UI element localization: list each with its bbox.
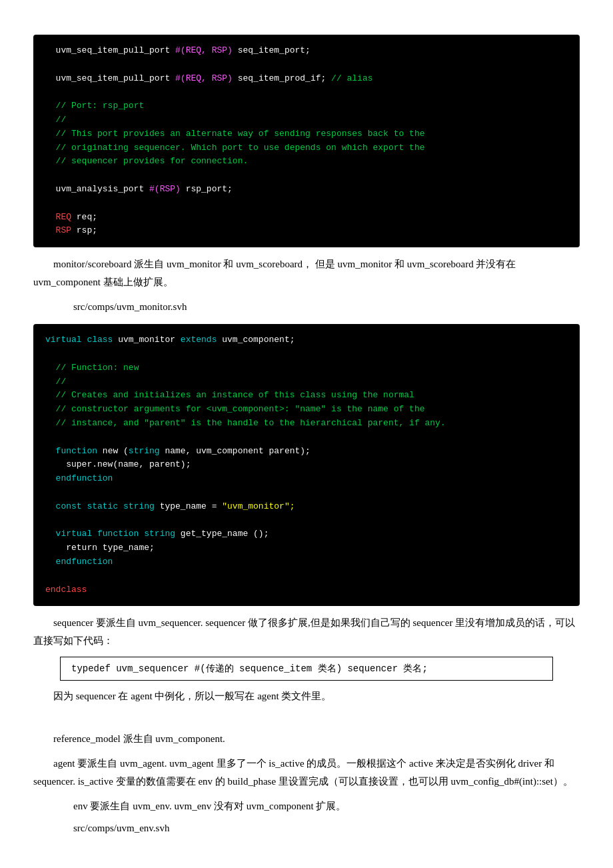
filepath-1: src/comps/uvm_monitor.svh: [33, 298, 580, 316]
paragraph-3: 因为 sequencer 在 agent 中例化，所以一般写在 agent 类文…: [33, 687, 580, 705]
code-block-2: virtual class uvm_monitor extends uvm_co…: [33, 324, 580, 606]
typedef-block: typedef uvm_sequencer #(传递的 sequence_ite…: [60, 657, 553, 681]
filepath-2: src/comps/uvm_env.svh: [33, 819, 580, 837]
paragraph-2: sequencer 要派生自 uvm_sequencer. sequencer …: [33, 614, 580, 650]
paragraph-4: reference_model 派生自 uvm_component.: [33, 730, 580, 748]
paragraph-6: env 要派生自 uvm_env. uvm_env 没有对 uvm_compon…: [33, 797, 580, 815]
code-block-1: uvm_seq_item_pull_port #(REQ, RSP) seq_i…: [33, 35, 580, 247]
main-content: uvm_seq_item_pull_port #(REQ, RSP) seq_i…: [33, 35, 580, 837]
paragraph-5: agent 要派生自 uvm_agent. uvm_agent 里多了一个 is…: [33, 755, 580, 791]
paragraph-1: monitor/scoreboard 派生自 uvm_monitor 和 uvm…: [33, 255, 580, 291]
